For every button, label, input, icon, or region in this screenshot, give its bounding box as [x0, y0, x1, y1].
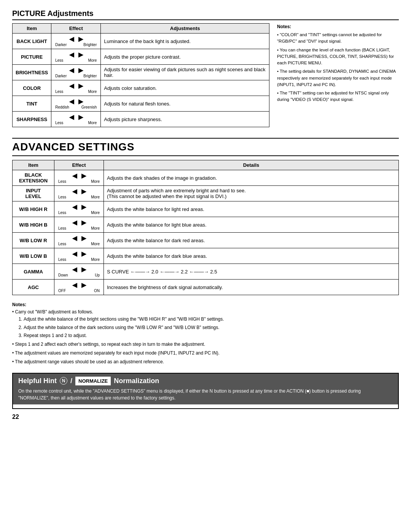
advanced-table-wrap: Item Effect Details BLACK EXTENSION ◀ ▶ …: [12, 160, 399, 295]
picture-row-effect: ◀ ▶ Less More: [51, 49, 101, 65]
picture-row-adjustment: Adjusts color saturation.: [101, 80, 269, 96]
picture-row-item: PICTURE: [13, 49, 51, 65]
arrow-left-icon: ◀: [72, 281, 77, 289]
helpful-hint-label: Helpful Hint: [18, 377, 57, 385]
arrow-right-icon: ▶: [78, 98, 83, 105]
arrow-left-icon: ◀: [72, 203, 77, 211]
advanced-row-detail: Adjusts the white balance for light red …: [104, 201, 399, 217]
right-label: More: [91, 257, 100, 262]
table-row: PICTURE ◀ ▶ Less More Adjusts the proper…: [13, 49, 269, 65]
page-number: 22: [12, 414, 399, 420]
left-label: Reddish: [55, 105, 69, 109]
picture-table-wrap: Item Effect Adjustments BACK LIGHT ◀ ▶ D…: [12, 23, 269, 127]
arrow-right-icon: ▶: [78, 67, 83, 74]
table-row: W/B LOW B ◀ ▶ Less More Adjusts the whit…: [13, 248, 399, 264]
picture-col-item: Item: [13, 24, 51, 34]
arrow-right-icon: ▶: [81, 203, 86, 211]
arrow-left-icon: ◀: [69, 51, 74, 58]
picture-row-adjustment: Adjusts for easier viewing of dark pictu…: [101, 65, 269, 80]
arrow-labels: Less More: [57, 257, 100, 262]
adv-col-effect: Effect: [54, 160, 104, 170]
picture-notes: Notes: • "COLOR" and "TINT" settings can…: [277, 23, 399, 127]
right-label: More: [91, 226, 100, 230]
advanced-row-item: W/B LOW R: [13, 233, 54, 248]
picture-row-adjustment: Adjusts for natural flesh tones.: [101, 96, 269, 112]
arrow-labels: OFF ON: [57, 289, 100, 293]
list-item: Adjust the white balance of the bright s…: [24, 316, 399, 323]
right-label: ON: [94, 289, 100, 293]
arrow-labels: Reddish Greenish: [54, 105, 97, 109]
arrow-right-icon: ▶: [81, 188, 86, 195]
advanced-notes-bullet: • The adjustment range values should be …: [12, 358, 399, 366]
advanced-notes-intro: • Carry out "W/B" adjustment as follows.: [12, 308, 399, 316]
advanced-row-effect: ◀ ▶ Less More: [54, 201, 104, 217]
arrow-right-icon: ▶: [81, 281, 86, 289]
arrow-right-icon: ▶: [78, 35, 83, 43]
adv-col-details: Details: [104, 160, 399, 170]
picture-row-effect: ◀ ▶ Less More: [51, 80, 101, 96]
picture-row-item: TINT: [13, 96, 51, 112]
arrow-left-icon: ◀: [69, 113, 74, 121]
advanced-row-effect: ◀ ▶ Down Up: [54, 264, 104, 280]
left-label: Less: [55, 89, 63, 94]
left-label: Less: [58, 179, 66, 184]
picture-note-item: • You can change the level of each funct…: [277, 47, 399, 67]
right-label: More: [88, 89, 97, 94]
n-button-icon: N: [60, 377, 67, 385]
picture-row-adjustment: Adjusts picture sharpness.: [101, 112, 269, 127]
arrow-left-icon: ◀: [72, 219, 77, 226]
advanced-section: ADVANCED SETTINGS Item Effect Details BL…: [12, 138, 399, 366]
advanced-notes-bullet: • The adjustment values are memorized se…: [12, 350, 399, 357]
advanced-notes-steps: Adjust the white balance of the bright s…: [24, 316, 399, 339]
left-label: Less: [58, 195, 66, 199]
arrow-labels: Less More: [57, 195, 100, 199]
table-row: W/B HIGH B ◀ ▶ Less More Adjusts the whi…: [13, 217, 399, 233]
left-label: Less: [58, 257, 66, 262]
arrow-labels: Darker Brighter: [54, 43, 97, 47]
arrow-right-icon: ▶: [81, 235, 86, 242]
table-row: INPUT LEVEL ◀ ▶ Less More Adjustment of …: [13, 186, 399, 201]
right-label: Up: [95, 273, 100, 277]
table-row: BACK LIGHT ◀ ▶ Darker Brighter Luminance…: [13, 34, 269, 49]
left-label: OFF: [58, 289, 66, 293]
arrow-left-icon: ◀: [69, 67, 74, 74]
right-label: More: [91, 179, 100, 184]
advanced-row-detail: Adjusts the dark shades of the image in …: [104, 170, 399, 186]
advanced-row-item: BLACK EXTENSION: [13, 170, 54, 186]
picture-row-item: SHARPNESS: [13, 112, 51, 127]
arrow-right-icon: ▶: [81, 219, 86, 226]
right-label: More: [88, 121, 97, 125]
right-label: Greenish: [81, 105, 97, 109]
helpful-hint-title: Helpful Hint N / NORMALIZE Normalization: [18, 377, 393, 385]
advanced-row-detail: Adjusts the white balance for light blue…: [104, 217, 399, 233]
right-label: More: [88, 58, 97, 62]
table-row: BLACK EXTENSION ◀ ▶ Less More Adjusts th…: [13, 170, 399, 186]
picture-section: PICTURE Adjustments Item Effect Adjustme…: [12, 9, 399, 127]
arrow-right-icon: ▶: [78, 51, 83, 58]
advanced-notes-title: Notes:: [12, 301, 399, 308]
arrow-labels: Less More: [54, 58, 97, 62]
picture-row-item: BACK LIGHT: [13, 34, 51, 49]
arrow-right-icon: ▶: [78, 113, 83, 121]
right-label: More: [91, 211, 100, 215]
arrow-labels: Less More: [57, 226, 100, 230]
helpful-hint-body: On the remote control unit, while the "A…: [18, 388, 393, 401]
advanced-section-title: ADVANCED SETTINGS: [12, 138, 399, 156]
arrow-labels: Less More: [57, 179, 100, 184]
advanced-row-detail: Adjustment of parts which are extremely …: [104, 186, 399, 201]
advanced-row-effect: ◀ ▶ Less More: [54, 233, 104, 248]
table-row: TINT ◀ ▶ Reddish Greenish Adjusts for na…: [13, 96, 269, 112]
arrow-labels: Darker Brighter: [54, 74, 97, 78]
arrow-left-icon: ◀: [72, 235, 77, 242]
advanced-row-item: GAMMA: [13, 264, 54, 280]
table-row: W/B HIGH R ◀ ▶ Less More Adjusts the whi…: [13, 201, 399, 217]
picture-notes-title: Notes:: [277, 23, 399, 30]
advanced-row-detail: Increases the brightness of dark signal …: [104, 280, 399, 295]
picture-col-effect: Effect: [51, 24, 101, 34]
advanced-row-detail: Adjusts the white balance for dark blue …: [104, 248, 399, 264]
right-label: More: [91, 195, 100, 199]
table-row: W/B LOW R ◀ ▶ Less More Adjusts the whit…: [13, 233, 399, 248]
advanced-row-effect: ◀ ▶ Less More: [54, 248, 104, 264]
arrow-labels: Less More: [54, 89, 97, 94]
arrow-left-icon: ◀: [72, 266, 77, 273]
